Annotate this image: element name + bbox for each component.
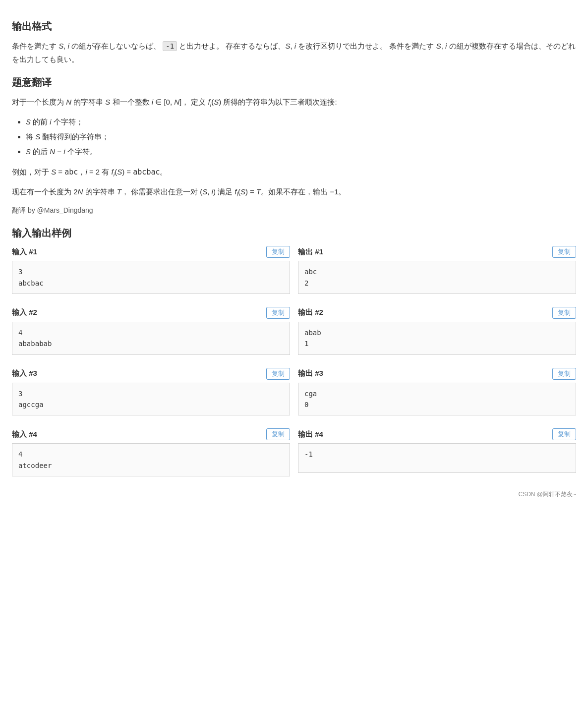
bullet-2: 将 S 翻转得到的字符串； bbox=[26, 129, 576, 144]
input-content-1: 3abcbac bbox=[12, 261, 290, 294]
output-content-2: abab1 bbox=[298, 322, 576, 355]
input-header-3: 输入 #3复制 bbox=[12, 368, 290, 380]
input-block-4: 输入 #4复制4atcodeer bbox=[12, 428, 290, 476]
input-copy-button-1[interactable]: 复制 bbox=[266, 246, 290, 258]
output-copy-button-3[interactable]: 复制 bbox=[552, 368, 576, 380]
input-block-1: 输入 #1复制3abcbac bbox=[12, 246, 290, 294]
output-label-1: 输出 #1 bbox=[298, 247, 323, 257]
translation-credit: 翻译 by @Mars_Dingdang bbox=[12, 204, 576, 217]
input-header-4: 输入 #4复制 bbox=[12, 428, 290, 440]
output-label-2: 输出 #2 bbox=[298, 308, 323, 317]
input-content-3: 3agccga bbox=[12, 383, 290, 416]
output-block-3: 输出 #3复制cga0 bbox=[298, 368, 576, 416]
output-label-3: 输出 #3 bbox=[298, 369, 323, 378]
output-format-title: 输出格式 bbox=[12, 20, 576, 33]
output-label-4: 输出 #4 bbox=[298, 430, 323, 439]
input-copy-button-3[interactable]: 复制 bbox=[266, 368, 290, 380]
input-content-2: 4abababab bbox=[12, 322, 290, 355]
translation-title: 题意翻译 bbox=[12, 76, 576, 89]
translation-paragraph3: 现在有一个长度为 2N 的字符串 T， 你需要求出任意一对 (S, i) 满足 … bbox=[12, 185, 576, 199]
io-examples-container: 输入 #1复制3abcbac输出 #1复制abc2输入 #2复制4abababa… bbox=[12, 246, 576, 480]
input-block-2: 输入 #2复制4abababab bbox=[12, 307, 290, 355]
output-copy-button-4[interactable]: 复制 bbox=[552, 428, 576, 440]
output-content-1: abc2 bbox=[298, 261, 576, 294]
output-content-3: cga0 bbox=[298, 383, 576, 416]
footer-text: CSDN @阿轩不熬夜~ bbox=[12, 490, 576, 499]
input-label-2: 输入 #2 bbox=[12, 308, 37, 317]
output-header-3: 输出 #3复制 bbox=[298, 368, 576, 380]
translation-paragraph2: 例如，对于 S = abc，i = 2 有 fi(S) = abcbac。 bbox=[12, 165, 576, 179]
minus-one-code: -1 bbox=[163, 41, 177, 51]
translation-paragraph1: 对于一个长度为 N 的字符串 S 和一个整数 i ∈ [0, N]， 定义 fi… bbox=[12, 95, 576, 110]
io-pair-1: 输入 #1复制3abcbac输出 #1复制abc2 bbox=[12, 246, 576, 298]
io-pair-3: 输入 #3复制3agccga输出 #3复制cga0 bbox=[12, 368, 576, 420]
bullet-3: S 的后 N − i 个字符。 bbox=[26, 144, 576, 159]
input-header-2: 输入 #2复制 bbox=[12, 307, 290, 319]
input-copy-button-2[interactable]: 复制 bbox=[266, 307, 290, 319]
output-content-4: -1 bbox=[298, 443, 576, 473]
translation-bullets: S 的前 i 个字符； 将 S 翻转得到的字符串； S 的后 N − i 个字符… bbox=[26, 115, 576, 159]
output-block-1: 输出 #1复制abc2 bbox=[298, 246, 576, 294]
output-format-description: 条件を満たす S, i の組が存在しないならば、 -1 と出力せよ。 存在するな… bbox=[12, 39, 576, 66]
output-header-2: 输出 #2复制 bbox=[298, 307, 576, 319]
input-block-3: 输入 #3复制3agccga bbox=[12, 368, 290, 416]
input-header-1: 输入 #1复制 bbox=[12, 246, 290, 258]
input-label-1: 输入 #1 bbox=[12, 247, 37, 257]
output-block-2: 输出 #2复制abab1 bbox=[298, 307, 576, 355]
bullet-1: S 的前 i 个字符； bbox=[26, 115, 576, 129]
io-pair-2: 输入 #2复制4abababab输出 #2复制abab1 bbox=[12, 307, 576, 359]
input-label-4: 输入 #4 bbox=[12, 430, 37, 439]
output-header-4: 输出 #4复制 bbox=[298, 428, 576, 440]
io-examples-title: 输入输出样例 bbox=[12, 227, 576, 240]
output-header-1: 输出 #1复制 bbox=[298, 246, 576, 258]
input-label-3: 输入 #3 bbox=[12, 369, 37, 378]
output-copy-button-1[interactable]: 复制 bbox=[552, 246, 576, 258]
input-copy-button-4[interactable]: 复制 bbox=[266, 428, 290, 440]
output-block-4: 输出 #4复制-1 bbox=[298, 428, 576, 476]
io-pair-4: 输入 #4复制4atcodeer输出 #4复制-1 bbox=[12, 428, 576, 480]
output-copy-button-2[interactable]: 复制 bbox=[552, 307, 576, 319]
input-content-4: 4atcodeer bbox=[12, 443, 290, 476]
